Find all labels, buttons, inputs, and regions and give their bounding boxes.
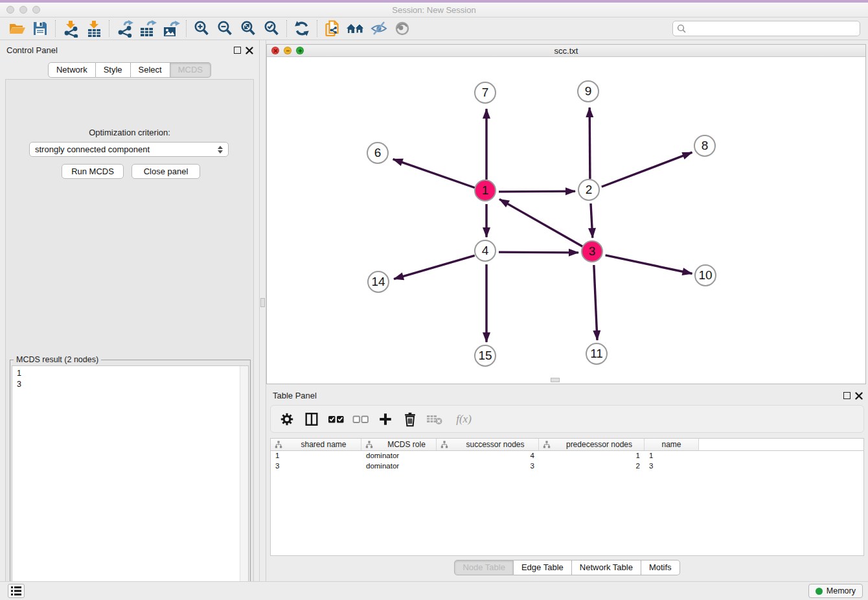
network-canvas[interactable]: 7968124314101511 [267,57,865,384]
tab-edge-table[interactable]: Edge Table [514,560,572,575]
graph-edge-3-11[interactable] [594,265,597,340]
cell-name[interactable]: 1 [645,451,699,461]
save-session-button[interactable] [29,19,52,38]
mcds-home-button[interactable] [344,19,367,38]
column-header-successor-nodes[interactable]: successor nodes [437,439,539,450]
export-image-button[interactable] [159,19,183,38]
graph-node-14[interactable]: 14 [367,271,389,293]
dropdown-stepper-icon [218,146,223,154]
mcds-result-textarea[interactable]: 1 3 [12,365,249,600]
graph-node-1[interactable]: 1 [474,179,496,202]
graph-node-10[interactable]: 10 [694,264,716,286]
optimization-criterion-select[interactable]: strongly connected component [29,142,229,157]
graph-edge-3-10[interactable] [606,255,692,273]
float-table-panel-button[interactable] [843,392,851,399]
tab-network-table[interactable]: Network Table [572,560,641,575]
tab-mcds[interactable]: MCDS [170,62,211,78]
close-table-panel-button[interactable] [855,392,863,400]
run-mcds-button[interactable]: Run MCDS [62,164,124,179]
deselect-all-rows-button[interactable] [351,410,371,429]
table-row[interactable]: 1dominator411 [271,451,863,461]
task-history-button[interactable] [8,584,25,598]
panel-splitter[interactable] [259,40,266,581]
column-header-label: name [661,440,681,449]
cell-successor-nodes[interactable]: 4 [437,451,539,461]
graph-node-9[interactable]: 9 [577,80,599,102]
export-table-button[interactable] [136,19,159,38]
hide-selected-button[interactable] [367,19,391,38]
network-window: scc.txt 7968124314101511 [266,44,866,384]
cell-shared-name[interactable]: 1 [271,451,361,461]
column-header-predecessor-nodes[interactable]: predecessor nodes [539,439,645,450]
zoom-out-button[interactable] [213,19,236,38]
tab-node-table[interactable]: Node Table [454,560,514,575]
graph-node-2[interactable]: 2 [578,179,600,201]
graph-node-8[interactable]: 8 [694,135,716,157]
open-session-button[interactable] [5,19,29,38]
column-header-filler [699,439,863,450]
cell-successor-nodes[interactable]: 3 [437,461,539,472]
graph-edge-1-2[interactable] [499,191,575,192]
cell-predecessor-nodes[interactable]: 2 [539,461,645,472]
zoom-selected-icon [263,20,280,37]
close-panel-icon-button[interactable] [246,47,253,54]
graph-node-7[interactable]: 7 [474,82,496,104]
zoom-selected-button[interactable] [260,19,283,38]
graph-edge-1-6[interactable] [393,159,475,188]
search-input[interactable] [687,24,856,34]
zoom-fit-button[interactable] [236,19,260,38]
column-header-MCDS-role[interactable]: MCDS role [361,439,437,450]
function-builder-button[interactable]: f(x) [450,410,478,429]
cell-MCDS-role[interactable]: dominator [361,451,437,461]
show-all-button[interactable] [391,19,414,38]
tab-style[interactable]: Style [96,62,131,78]
splitter-grip[interactable] [260,298,265,307]
import-network-button[interactable] [59,19,82,38]
destroy-column-button[interactable] [425,410,444,429]
memory-button[interactable]: Memory [808,584,863,598]
select-all-rows-button[interactable] [326,410,346,429]
graph-edge-2-3[interactable] [591,203,593,238]
import-table-button[interactable] [82,19,106,38]
clone-network-button[interactable] [321,19,344,38]
graph-edge-2-9[interactable] [589,108,590,179]
cell-predecessor-nodes[interactable]: 1 [539,451,645,461]
cell-name[interactable]: 3 [645,461,699,472]
cell-shared-name[interactable]: 3 [271,461,361,472]
optimization-criterion-label: Optimization criterion: [6,128,253,137]
zoom-in-button[interactable] [190,19,213,38]
apply-layout-button[interactable] [290,19,314,38]
tab-network[interactable]: Network [48,62,96,78]
graph-edge-4-3[interactable] [499,252,578,253]
cell-MCDS-role[interactable]: dominator [361,461,437,472]
column-selector-button[interactable] [302,410,321,429]
column-header-shared-name[interactable]: shared name [271,439,361,450]
application-window: Session: New Session [0,0,868,600]
graph-edge-4-14[interactable] [394,255,475,279]
criterion-value: strongly connected component [35,144,150,154]
graph-node-15[interactable]: 15 [474,345,496,367]
result-scrollbar[interactable] [240,366,248,600]
graph-edge-3-1[interactable] [499,199,583,246]
home-icon [346,21,365,36]
delete-column-button[interactable] [400,410,420,429]
graph-edge-2-8[interactable] [602,152,692,187]
toolbar-separator [317,20,317,37]
graph-node-11[interactable]: 11 [586,343,608,365]
float-panel-button[interactable] [234,47,241,54]
close-panel-button[interactable]: Close panel [131,164,200,179]
table-settings-button[interactable] [277,410,297,429]
tab-motifs[interactable]: Motifs [641,560,680,575]
graph-node-4[interactable]: 4 [474,240,496,262]
graph-node-3[interactable]: 3 [581,240,603,262]
column-header-name[interactable]: name [645,439,699,450]
canvas-splitter-grip[interactable] [551,378,560,382]
plus-icon [378,411,393,427]
gear-icon [279,411,295,427]
export-network-button[interactable] [113,19,136,38]
graph-node-6[interactable]: 6 [367,142,389,164]
open-folder-icon [8,20,26,37]
add-column-button[interactable] [376,410,395,429]
table-row[interactable]: 3dominator323 [271,461,863,472]
tab-select[interactable]: Select [131,62,170,78]
